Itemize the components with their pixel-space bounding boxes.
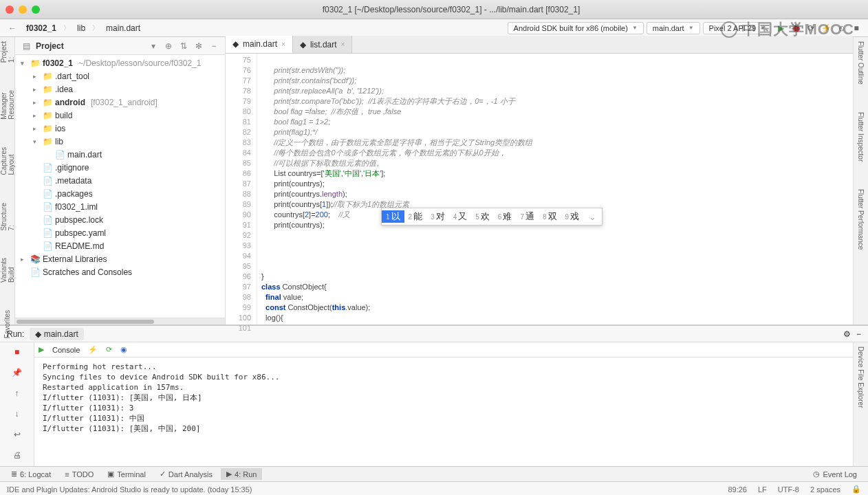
tree-item[interactable]: ▸📁ios (15, 122, 225, 135)
ime-candidate[interactable]: 2能 (404, 210, 427, 223)
tree-item[interactable]: ▸📁build (15, 109, 225, 122)
close-window-button[interactable] (6, 6, 14, 14)
project-tree[interactable]: ▾📁 f0302_1 ~/Desktop/lesson/source/f0302… (15, 55, 225, 318)
breadcrumb-folder[interactable]: lib (73, 22, 89, 34)
structure-tab[interactable]: 7: Structure (0, 203, 15, 231)
encoding[interactable]: UTF-8 (778, 485, 799, 494)
flutter-inspector-tab[interactable]: Flutter Inspector (857, 112, 865, 162)
console-output[interactable]: Performing hot restart... Syncing files … (34, 358, 853, 466)
tree-item[interactable]: 📄.metadata (15, 174, 225, 187)
scratches-node[interactable]: 📄Scratches and Consoles (15, 265, 225, 278)
hide-panel-icon[interactable]: − (208, 41, 219, 51)
status-bar: IDE and Plugin Updates: Android Studio i… (0, 481, 868, 495)
tree-item[interactable]: ▾📁lib (15, 135, 225, 148)
ime-candidate[interactable]: 1以 (382, 210, 404, 223)
ime-candidate[interactable]: 5欢 (471, 210, 494, 223)
ime-candidate-popup[interactable]: 1以2能3对4又5欢6难7通8双9戏⌄ (381, 208, 603, 226)
attach-button[interactable]: 📌 (10, 366, 24, 380)
restart-icon[interactable]: ⟳ (106, 345, 112, 354)
ime-candidate[interactable]: 6难 (494, 210, 517, 223)
breadcrumb-project[interactable]: f0302_1 (22, 22, 61, 34)
flutter-outline-tab[interactable]: Flutter Outline (857, 41, 865, 85)
resource-manager-tab[interactable]: Resource Manager (0, 90, 15, 120)
code-editor[interactable]: print(str.endsWith('')); print(str.conta… (257, 37, 853, 324)
favorites-tab[interactable]: Favorites (3, 310, 11, 338)
ime-candidate[interactable]: 3对 (426, 210, 449, 223)
horizontal-scrollbar[interactable] (15, 318, 225, 324)
project-panel-title: Project (36, 41, 144, 51)
flutter-performance-tab[interactable]: Flutter Performance (857, 189, 865, 250)
collapse-icon[interactable]: ⇅ (178, 41, 189, 51)
device-file-explorer-tab[interactable]: Device File Explorer (857, 346, 865, 408)
build-variants-tab[interactable]: Build Variants (0, 258, 15, 283)
titlebar: f0302_1 [~/Desktop/lesson/source/f0302_1… (0, 0, 868, 19)
run-tab[interactable]: ▶ 4: Run (221, 468, 262, 480)
cursor-position[interactable]: 89:26 (728, 485, 747, 494)
tree-item[interactable]: 📄README.md (15, 239, 225, 252)
chevron-right-icon: 〉 (63, 23, 70, 33)
device-selector[interactable]: Android SDK built for x86 (mobile)▼ (508, 22, 644, 34)
project-panel: ▤ Project ▾ ⊕ ⇅ ✻ − ▾📁 f0302_1 ~/Desktop… (15, 37, 226, 324)
tree-item[interactable]: ▸📁.idea (15, 82, 225, 96)
minimize-window-button[interactable] (19, 6, 27, 14)
up-button[interactable]: ↑ (10, 386, 24, 400)
nav-back-icon[interactable]: ← (6, 23, 19, 33)
hide-panel-icon[interactable]: − (856, 329, 861, 339)
settings-icon[interactable]: ✻ (193, 41, 204, 51)
project-tool-tab[interactable]: 1: Project (0, 41, 15, 63)
config-label: main.dart (653, 24, 684, 32)
ime-candidate[interactable]: 9戏 (561, 210, 584, 223)
ime-candidate[interactable]: 7通 (516, 210, 539, 223)
tree-item[interactable]: ▸📁.dart_tool (15, 69, 225, 82)
editor-panel: ◆ main.dart × ◆ list.dart × 757677787980… (226, 37, 853, 324)
logcat-tab[interactable]: ≣ 6: Logcat (6, 468, 56, 480)
maximize-window-button[interactable] (32, 6, 40, 14)
lock-icon[interactable]: 🔒 (851, 485, 861, 494)
tree-root[interactable]: ▾📁 f0302_1 ~/Desktop/lesson/source/f0302… (15, 56, 225, 69)
left-tool-strip: 1: Project Resource Manager Layout Captu… (0, 37, 15, 324)
breadcrumb-file[interactable]: main.dart (102, 22, 144, 34)
event-log-tab[interactable]: ◷ Event Log (807, 468, 862, 480)
devtools-icon[interactable]: ◉ (120, 345, 127, 354)
indent[interactable]: 2 spaces (810, 485, 840, 494)
run-target-chip[interactable]: ◆ main.dart (30, 328, 83, 340)
run-toolbar: ■ 📌 ↑ ↓ ↩ 🖨 (0, 342, 34, 466)
tree-item[interactable]: 📄pubspec.yaml (15, 226, 225, 239)
print-button[interactable]: 🖨 (10, 448, 24, 462)
ime-more-icon[interactable]: ⌄ (583, 212, 602, 222)
ime-candidate[interactable]: 4又 (449, 210, 472, 223)
chevron-right-icon: 〉 (92, 23, 99, 33)
todo-tab[interactable]: ≡ TODO (59, 469, 99, 480)
external-libraries[interactable]: ▸📚External Libraries (15, 252, 225, 265)
project-view-icon[interactable]: ▤ (21, 41, 32, 51)
ime-candidate[interactable]: 8双 (539, 210, 561, 223)
device-label: Android SDK built for x86 (mobile) (514, 24, 628, 32)
tree-item[interactable]: 📄.packages (15, 187, 225, 200)
tree-item[interactable]: ▸📁android [f0302_1_android] (15, 96, 225, 109)
console-tab[interactable]: Console (52, 346, 80, 354)
select-opened-icon[interactable]: ⊕ (163, 41, 174, 51)
bottom-tool-tabs: ≣ 6: Logcat ≡ TODO ▣ Terminal ✓ Dart Ana… (0, 466, 868, 481)
line-separator[interactable]: LF (758, 485, 767, 494)
terminal-tab[interactable]: ▣ Terminal (102, 468, 151, 480)
rerun-button[interactable]: ▶ (39, 345, 44, 354)
dart-analysis-tab[interactable]: ✓ Dart Analysis (154, 468, 218, 480)
settings-icon[interactable]: ⚙ (843, 329, 851, 339)
hot-reload-icon[interactable]: ⚡ (88, 345, 98, 354)
layout-captures-tab[interactable]: Layout Captures (0, 147, 15, 175)
tree-item[interactable]: 📄.gitignore (15, 161, 225, 174)
dart-file-icon: ◆ (35, 329, 43, 339)
dropdown-icon[interactable]: ▾ (148, 41, 159, 51)
down-button[interactable]: ↓ (10, 407, 24, 421)
soft-wrap-button[interactable]: ↩ (10, 428, 24, 441)
tree-item[interactable]: 📄main.dart (15, 148, 225, 161)
mooc-watermark: 中国大学MOOC (721, 19, 854, 40)
status-message: IDE and Plugin Updates: Android Studio i… (7, 485, 252, 494)
tree-item[interactable]: 📄pubspec.lock (15, 213, 225, 226)
dart-file-icon: ◆ (232, 39, 239, 49)
stop-button[interactable]: ■ (10, 345, 24, 359)
line-number-gutter[interactable]: 7576777879808182838485868788899091929394… (226, 37, 257, 324)
run-config-selector[interactable]: main.dart▼ (647, 22, 700, 34)
tree-item[interactable]: 📄f0302_1.iml (15, 200, 225, 213)
right-tool-strip: Flutter Outline Flutter Inspector Flutte… (853, 37, 868, 324)
